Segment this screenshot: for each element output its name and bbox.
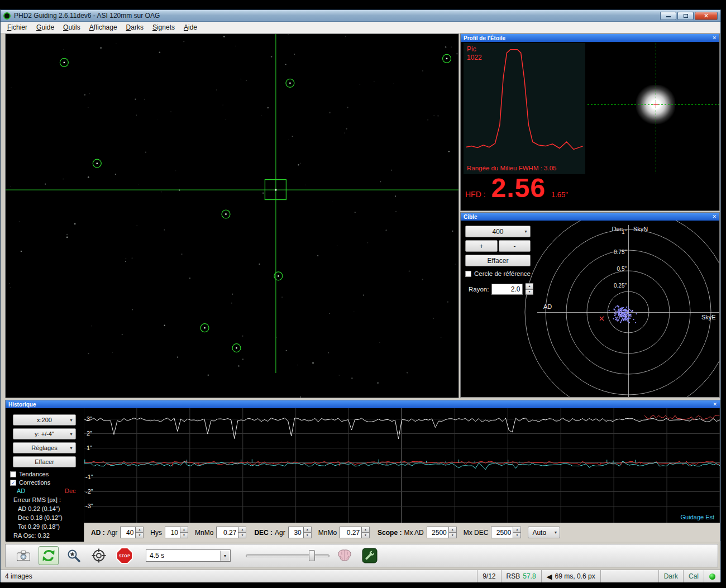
minimize-button[interactable] (660, 12, 676, 20)
history-yscale-value: y: +/-4" (35, 431, 54, 437)
loop-exposures-button[interactable] (39, 546, 59, 565)
dec-guide-mode-select[interactable]: Auto ▼ (528, 527, 560, 538)
spin-down-icon[interactable]: ▼ (304, 533, 312, 539)
minimize-icon (666, 15, 671, 17)
close-icon[interactable]: ✕ (713, 401, 717, 407)
star-profile-graph: Pic 1022 Rangée du Milieu FWHM : 3.05 (464, 43, 585, 174)
menu-bar: FichierGuideOutilsAffichageDarksSignetsA… (1, 22, 720, 34)
dec-minmove-label: MnMo (318, 529, 337, 537)
spin-up-icon[interactable]: ▲ (180, 527, 188, 533)
trends-row: Tendances (10, 471, 49, 477)
spin-up-icon[interactable]: ▲ (362, 527, 370, 533)
spin-up-icon[interactable]: ▲ (526, 283, 533, 289)
history-yscale-select[interactable]: y: +/-4" ▼ (13, 428, 76, 439)
max-dec-input[interactable] (491, 527, 513, 538)
dec-guide-mode-value: Auto (532, 529, 546, 537)
history-controls: x:200 ▼ y: +/-4" ▼ Réglages ▼ Effacer Te… (6, 408, 84, 542)
ytick-m2: -2" (85, 488, 93, 495)
ra-aggression-input[interactable] (120, 527, 136, 538)
guide-camera-view[interactable] (5, 34, 459, 398)
menu-item-outils[interactable]: Outils (59, 22, 85, 32)
ra-minmove-input[interactable] (216, 527, 238, 538)
menu-item-aide[interactable]: Aide (179, 22, 202, 32)
scope-group-label: Scope : (378, 529, 402, 537)
history-xscale-select[interactable]: x:200 ▼ (13, 414, 76, 426)
slider-track (246, 554, 329, 557)
star-zoom-view (588, 43, 719, 174)
dec-minmove-input[interactable] (340, 527, 362, 538)
menu-item-fichier[interactable]: Fichier (3, 22, 32, 32)
dec-legend-label[interactable]: Dec (65, 487, 76, 494)
spin-up-icon[interactable]: ▲ (513, 527, 521, 533)
menu-item-affichage[interactable]: Affichage (85, 22, 122, 32)
brain-settings-button[interactable] (335, 546, 355, 565)
hysteresis-input[interactable] (165, 527, 180, 538)
corrections-row: ✓ Corrections (10, 479, 50, 486)
gamma-slider[interactable] (246, 549, 329, 562)
slider-thumb[interactable] (309, 550, 315, 561)
trends-checkbox[interactable] (10, 471, 16, 477)
spin-down-icon[interactable]: ▼ (136, 533, 144, 539)
chevron-down-icon: ▼ (69, 432, 73, 436)
magnifier-star-icon (66, 548, 81, 563)
max-ra-input[interactable] (427, 527, 449, 538)
close-icon[interactable]: ✕ (712, 214, 717, 219)
history-graph-plot: 3" 2" 1" -1" -2" -3" Guidage Est (84, 408, 720, 523)
history-graph: 3" 2" 1" -1" -2" -3" Guidage Est (84, 408, 720, 523)
dec-minmove-spinner: ▲▼ (340, 527, 370, 538)
axis-label-skye: SkyE (701, 314, 716, 321)
dec-group-label: DEC : (254, 529, 273, 537)
connect-equipment-button[interactable] (13, 546, 34, 565)
close-icon[interactable]: ✕ (712, 35, 717, 41)
target-zoom-value: 400 (492, 228, 503, 236)
spin-up-icon[interactable]: ▲ (449, 527, 457, 533)
ra-legend-label[interactable]: AD (17, 487, 25, 494)
trends-label: Tendances (19, 471, 49, 477)
reference-circle-checkbox[interactable] (465, 271, 471, 277)
target-zoom-select[interactable]: 400 ▼ (465, 226, 531, 237)
history-settings-select[interactable]: Réglages ▼ (13, 442, 76, 453)
history-clear-button[interactable]: Effacer (13, 456, 76, 467)
ytick-m3: -3" (85, 503, 93, 509)
tools-button[interactable] (360, 546, 380, 565)
close-button[interactable]: ✕ (695, 12, 718, 20)
start-guiding-button[interactable] (89, 546, 109, 565)
dec-aggression-input[interactable] (288, 527, 304, 538)
spin-down-icon[interactable]: ▼ (513, 533, 521, 539)
spin-down-icon[interactable]: ▼ (526, 289, 533, 295)
spin-down-icon[interactable]: ▼ (362, 533, 370, 539)
target-zoom-out-button[interactable]: - (499, 240, 531, 252)
maximize-button[interactable] (677, 12, 694, 20)
title-bar[interactable]: PHD2 Guiding 2.6.11dev6 - ASI 120mm sur … (1, 10, 720, 22)
menu-item-darks[interactable]: Darks (122, 22, 148, 32)
progress-value: 9/12 (483, 572, 495, 580)
hysteresis-spinner: ▲▼ (165, 527, 188, 538)
corrections-checkbox[interactable]: ✓ (10, 480, 16, 486)
chevron-down-icon: ▼ (554, 530, 558, 534)
axis-label-ad: AD (543, 303, 552, 310)
max-ra-label: Mx AD (404, 529, 423, 537)
target-zoom-in-button[interactable]: + (465, 240, 498, 252)
radius-input[interactable] (491, 284, 523, 295)
snr-label: RSB (507, 572, 520, 580)
ytick-2: 2" (87, 430, 92, 437)
exposure-select[interactable]: 4.5 s ▼ (146, 549, 231, 562)
ra-oscillation: RA Osc: 0.32 (13, 532, 50, 539)
exposure-value: 4.5 s (146, 552, 164, 560)
auto-select-star-button[interactable] (64, 546, 84, 565)
snr-field: RSB 57.8 (501, 570, 541, 582)
target-clear-button[interactable]: Effacer (465, 255, 531, 266)
chevron-down-icon: ▼ (69, 446, 73, 450)
spin-down-icon[interactable]: ▼ (238, 533, 246, 539)
spin-up-icon[interactable]: ▲ (136, 527, 144, 533)
spin-down-icon[interactable]: ▼ (180, 533, 188, 539)
menu-item-signets[interactable]: Signets (148, 22, 179, 32)
snr-value: 57.8 (523, 572, 536, 580)
guide-parameters-bar: AD : Agr ▲▼ Hys ▲▼ MnMo ▲▼ DEC : Agr ▲▼ (84, 523, 720, 542)
spin-down-icon[interactable]: ▼ (449, 533, 457, 539)
menu-item-guide[interactable]: Guide (32, 22, 59, 32)
star-zoom-crosshair (588, 43, 719, 174)
spin-up-icon[interactable]: ▲ (238, 527, 246, 533)
spin-up-icon[interactable]: ▲ (304, 527, 312, 533)
stop-button[interactable]: STOP (116, 547, 133, 564)
